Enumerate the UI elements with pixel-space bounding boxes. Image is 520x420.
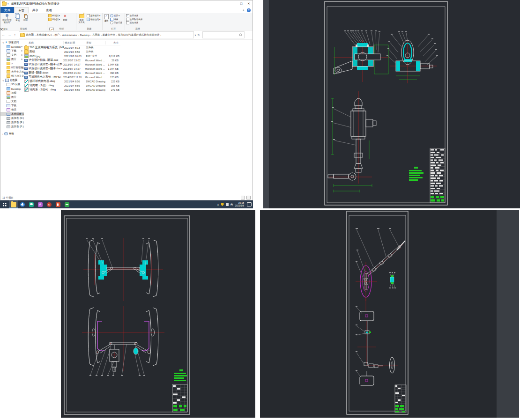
file-row[interactable]: W毕业设计说明书--翻译-正本.doc2013/6/7 14:27Microso… (24, 62, 120, 66)
select-all-icon (126, 14, 129, 17)
file-row[interactable]: 循环球式转向器.dwg2021/1/4 8:56ZWCAD Drawing225… (24, 79, 120, 83)
title-bar[interactable]: ▾ 城市SUV汽车循环球式转向系统设计 — □ ✕ (0, 0, 253, 7)
invert-selection-button[interactable]: 反向选择 (126, 21, 149, 25)
taskbar-wechat[interactable] (27, 200, 36, 208)
sidebar-item-documents[interactable]: 文档 (0, 53, 24, 57)
sidebar-item-documents[interactable]: 文档 (0, 99, 24, 103)
properties-button[interactable]: 属性 (103, 14, 110, 27)
help-icon[interactable]: ? (247, 8, 251, 12)
select-all-button[interactable]: 全部选择 (126, 14, 149, 18)
taskbar-app-red[interactable] (53, 200, 62, 208)
axle-bottom-view (82, 306, 164, 376)
sidebar-item-folder[interactable]: 052管理相关的5、阅 (0, 66, 24, 70)
taskbar-app-purple[interactable]: A (36, 200, 45, 208)
tray-chevron-icon[interactable]: ∧ (217, 203, 219, 206)
defender-shield-icon[interactable] (221, 203, 224, 206)
open-button[interactable]: 打开▾ (110, 14, 124, 18)
sidebar-item-folder[interactable]: ? (0, 61, 24, 66)
sidebar-item-music[interactable]: 音乐 (0, 108, 24, 112)
file-row[interactable]: 转向系（1张A）.dwg2021/1/4 8:56ZWCAD Drawing27… (24, 88, 120, 92)
breadcrumb-segment[interactable]: Desktop (80, 34, 89, 37)
sidebar-network[interactable]: ›网络 (0, 132, 24, 136)
new-item-button[interactable]: 新建项目▾ (87, 14, 102, 18)
sidebar-item-pictures[interactable]: 图片 (0, 57, 24, 61)
sidebar-item-folder[interactable]: 线上相关文档 (0, 74, 24, 78)
breadcrumb-segment[interactable]: 城市SUV汽车循环球式转向系统设计 (118, 33, 159, 37)
sidebar-item-downloads[interactable]: 下载 (0, 103, 24, 108)
search-input[interactable] (202, 31, 245, 38)
collapse-ribbon-icon[interactable]: ∧ (243, 8, 245, 12)
qat-customize-icon[interactable]: ▾ (7, 2, 9, 5)
breadcrumb-segment[interactable]: Administrator (62, 34, 77, 37)
file-row[interactable]: 图纸2021/1/4 8:56文件夹 (24, 50, 120, 54)
sidebar-item-desktop[interactable]: Desktop (0, 44, 24, 49)
address-dropdown-icon[interactable]: ▾ (195, 33, 196, 37)
column-date-modified[interactable]: 修改日期 (63, 41, 85, 44)
tab-view[interactable]: 查看 (42, 7, 56, 13)
sidebar-item-folder[interactable]: 大学生方程式赛车设 (0, 70, 24, 74)
sidebar-item-volume-e[interactable]: 新加卷 (E:) (0, 120, 24, 125)
taskbar-app-red-round[interactable]: 6 (45, 200, 53, 208)
refresh-icon[interactable]: ↻ (198, 33, 200, 37)
up-icon[interactable]: ↑ (14, 33, 16, 37)
back-icon[interactable]: ← (2, 33, 5, 37)
breadcrumb-segment[interactable]: 九画蓝 (92, 33, 100, 37)
tab-file[interactable]: 文件 (0, 7, 14, 13)
file-row[interactable]: W翻译--翻译.docx2013/6/3 21:04Microsoft Word… (24, 71, 120, 75)
sidebar-item-volume-f[interactable]: 新加卷 (F:) (0, 125, 24, 129)
history-button[interactable]: 历史记录 (110, 21, 124, 25)
sidebar-item-desktop[interactable]: Desktop (0, 87, 24, 91)
sidebar-quick-access[interactable]: ∨★快速访问 (0, 40, 24, 44)
quick-access-toolbar[interactable]: ▾ (2, 2, 9, 6)
paste-button[interactable]: 粘贴 (22, 14, 30, 27)
edit-button[interactable]: 编辑 (110, 18, 124, 22)
minimize-button[interactable]: — (230, 0, 238, 7)
sidebar-item-downloads[interactable]: 下载 (0, 49, 24, 53)
file-row[interactable]: 568 互派网络电力系统（MPS）MCM...2021/1/4 8:13文件夹 (24, 45, 120, 50)
copy-to-button[interactable]: 复制到▾ (48, 18, 61, 22)
file-row[interactable]: W毕业设计说明书--翻译.docx2013/6/7 14:27Microsoft… (24, 66, 120, 71)
move-to-button[interactable]: 移动到▾ (48, 14, 61, 18)
sidebar-item-3d-objects[interactable]: 3D 对象 (0, 82, 24, 87)
start-button[interactable] (0, 200, 9, 208)
column-type[interactable]: 类型 (85, 41, 105, 44)
breadcrumb-segment[interactable]: 新建文件夹 (103, 33, 116, 37)
pin-icon (21, 54, 22, 56)
sidebar-item-pictures[interactable]: 图片 (0, 95, 24, 99)
file-row[interactable]: W互派网络电力系统（MPS）MCM模板...2014/6/22 11:20Mic… (24, 75, 120, 79)
delete-button[interactable]: × 删除 (61, 14, 69, 27)
new-folder-button[interactable]: 新建文件夹 (76, 14, 87, 27)
taskbar-clock[interactable]: 16:18 2021/1/8 (235, 202, 244, 207)
sidebar-this-pc[interactable]: ∨此电脑 (0, 78, 24, 82)
thumbnail-view-icon[interactable] (246, 196, 251, 199)
tab-home[interactable]: 主页 (14, 7, 29, 13)
file-row[interactable]: 0001.jpg2021/1/8 16:03BMP 文件8,112 KB (24, 54, 120, 58)
breadcrumb-segment[interactable]: 用户 (54, 33, 59, 37)
action-center-icon[interactable] (247, 202, 252, 206)
downloads-icon (7, 49, 10, 52)
taskbar-browser[interactable] (18, 200, 27, 208)
file-row[interactable]: 转向桥（1张）.dwg2021/1/4 8:56ZWCAD Drawing156… (24, 83, 120, 88)
address-box[interactable]: 此电脑› 本地磁盘 (C:)› 用户› Administrator› Deskt… (19, 31, 194, 38)
file-row[interactable]: W毕业设计初稿--翻译.doc2013/6/7 13:02Microsoft W… (24, 58, 120, 62)
pin-to-quick-access-button[interactable]: 固定到"快速访问" (0, 14, 14, 27)
taskbar-file-explorer[interactable] (9, 200, 18, 208)
taskbar-app-green[interactable] (62, 200, 71, 208)
forward-icon[interactable]: → (8, 33, 11, 37)
details-view-icon[interactable] (241, 196, 245, 199)
sidebar-item-videos[interactable]: 视频 (0, 91, 24, 95)
column-size[interactable]: 大小 (105, 41, 119, 44)
close-button[interactable]: ✕ (245, 0, 253, 7)
select-none-button[interactable]: 全部取消选择 (126, 18, 149, 22)
tab-share[interactable]: 共享 (29, 7, 42, 13)
breadcrumb-segment[interactable]: 此电脑 (26, 33, 34, 37)
tray-app-icon[interactable] (226, 203, 229, 206)
sidebar-item-volume-d[interactable]: 新加卷 (D:) (0, 116, 24, 120)
column-name[interactable]: 名称 (24, 41, 63, 44)
sidebar-item-local-disk-c[interactable]: 本地磁盘 (C:) (0, 112, 24, 116)
easy-access-button[interactable]: 轻松访问▾ (87, 18, 102, 22)
breadcrumb-segment[interactable]: 本地磁盘 (C:) (37, 33, 52, 37)
copy-button[interactable]: 复制 (14, 14, 22, 27)
ime-indicator[interactable]: 英 (230, 202, 233, 206)
maximize-button[interactable]: □ (238, 0, 245, 7)
